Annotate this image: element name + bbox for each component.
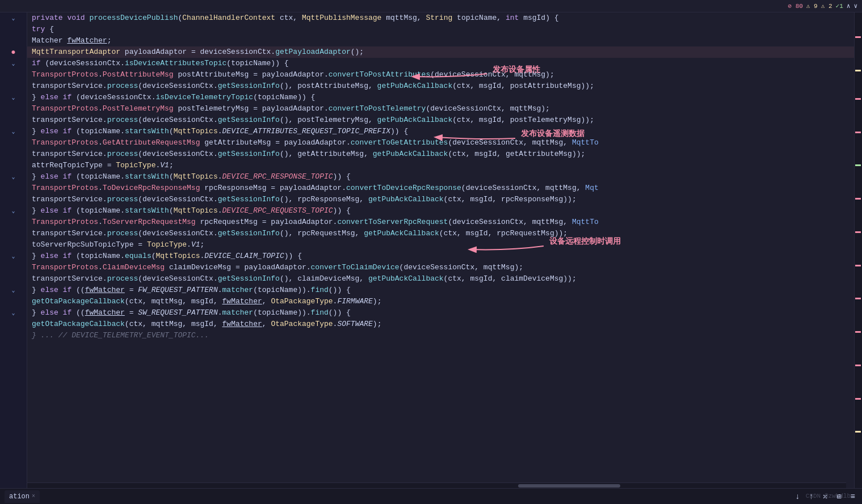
gutter-fold-27[interactable]: ⌄ xyxy=(0,307,27,319)
scroll-error-mark-9 xyxy=(855,365,861,366)
gutter-empty-21 xyxy=(0,239,27,251)
warning2-icon: ⚠ xyxy=(821,3,825,10)
code-line: transportService.process(deviceSessionCt… xyxy=(27,228,854,239)
code-line: } else if ((fwMatcher = SW_REQUEST_PATTE… xyxy=(27,307,854,319)
horizontal-scrollbar[interactable] xyxy=(27,482,846,488)
gutter-fold-11[interactable]: ⌄ xyxy=(0,126,27,137)
csdn-badge: CSDN @zwhdlb xyxy=(806,493,851,499)
warning-count: ⚠ 9 xyxy=(806,2,818,10)
code-line: try { xyxy=(27,24,854,35)
code-line: } else if (topicName.startsWith(MqttTopi… xyxy=(27,126,854,137)
code-line: } else if (topicName.startsWith(MqttTopi… xyxy=(27,171,854,183)
scroll-error-mark-5 xyxy=(855,231,861,233)
gutter-empty-28 xyxy=(0,319,27,330)
gutter-empty-17 xyxy=(0,194,27,205)
top-bar: ⊘ 80 ⚠ 9 ⚠ 2 ✓1 ∧ ∨ xyxy=(0,0,862,12)
code-line: transportService.process(deviceSessionCt… xyxy=(27,273,854,285)
code-line: transportService.process(deviceSessionCt… xyxy=(27,81,854,92)
scroll-warn-mark xyxy=(855,70,861,71)
gutter-fold-15[interactable]: ⌄ xyxy=(0,171,27,183)
scroll-error-mark-2 xyxy=(855,98,861,100)
right-scrollbar[interactable] xyxy=(854,12,862,488)
gutter-empty-16 xyxy=(0,183,27,194)
gutter-empty-26 xyxy=(0,296,27,307)
ok-count: ✓1 xyxy=(836,2,843,10)
gutter-fold-22[interactable]: ⌄ xyxy=(0,251,27,262)
scroll-error-mark-10 xyxy=(855,398,861,400)
code-line: private void processDevicePublish(Channe… xyxy=(27,12,854,24)
gutter-empty-3 xyxy=(0,35,27,46)
error-count: ⊘ 80 xyxy=(788,2,802,10)
bottom-tab-ation[interactable]: ation × xyxy=(5,490,40,503)
code-line: if (deviceSessionCtx.isDeviceAttributesT… xyxy=(27,58,854,69)
gutter-fold-1[interactable]: ⌄ xyxy=(0,12,27,24)
code-line: TransportProtos.PostTelemetryMsg postTel… xyxy=(27,103,854,115)
code-scroll[interactable]: private void processDevicePublish(Channe… xyxy=(27,12,854,488)
code-line: TransportProtos.ToServerRpcRequestMsg rp… xyxy=(27,217,854,228)
code-line: } else if (topicName.equals(MqttTopics.D… xyxy=(27,251,854,262)
nav-up[interactable]: ∧ xyxy=(847,2,851,10)
scroll-error-mark-8 xyxy=(855,331,861,333)
scroll-error-mark-4 xyxy=(855,198,861,200)
download-icon[interactable]: ↓ xyxy=(793,491,802,502)
gutter-empty-23 xyxy=(0,262,27,273)
gutter-fold-25[interactable]: ⌄ xyxy=(0,285,27,296)
code-line: attrReqTopicType = TopicType.V1; xyxy=(27,160,854,171)
gutter-empty-9 xyxy=(0,103,27,115)
gutter-empty-7 xyxy=(0,81,27,92)
gutter-empty-12 xyxy=(0,137,27,149)
gutter-empty-10 xyxy=(0,115,27,126)
code-line: MqttTransportAdaptor payloadAdaptor = de… xyxy=(27,46,854,58)
scroll-warn-mark-2 xyxy=(855,431,861,433)
code-line: } else if (deviceSessionCtx.isDeviceTele… xyxy=(27,92,854,103)
gutter-empty-24 xyxy=(0,273,27,285)
gutter-fold-5[interactable]: ⌄ xyxy=(0,58,27,69)
warning2-count: ⚠ 2 xyxy=(821,2,832,10)
bottom-tab-bar: ation × ↓ ↑ ✕ ⊞ ≡ xyxy=(0,488,862,504)
editor-body: ⌄ ● ⌄ ⌄ ⌄ ⌄ xyxy=(0,12,862,488)
scrollbar-thumb[interactable] xyxy=(518,484,620,488)
code-line: Matcher fwMatcher; xyxy=(27,35,854,46)
scroll-error-mark-6 xyxy=(855,265,861,266)
error-icon: ⊘ xyxy=(788,3,792,10)
gutter-fold-8[interactable]: ⌄ xyxy=(0,92,27,103)
nav-down[interactable]: ∨ xyxy=(853,2,857,10)
gutter-empty-2 xyxy=(0,24,27,35)
code-line: } else if (topicName.startsWith(MqttTopi… xyxy=(27,205,854,217)
code-line: TransportProtos.PostAttributeMsg postAtt… xyxy=(27,69,854,81)
gutter-empty-6 xyxy=(0,69,27,81)
code-line: TransportProtos.GetAttributeRequestMsg g… xyxy=(27,137,854,149)
gutter-empty-14 xyxy=(0,160,27,171)
bottom-tab-close[interactable]: × xyxy=(32,493,35,499)
status-bar: ⊘ 80 ⚠ 9 ⚠ 2 ✓1 ∧ ∨ xyxy=(788,2,857,10)
code-line: } ... // DEVICE_TELEMETRY_EVENT_TOPIC... xyxy=(27,330,854,341)
code-line: } else if ((fwMatcher = FW_REQUEST_PATTE… xyxy=(27,285,854,296)
scroll-marks xyxy=(855,12,862,488)
gutter: ⌄ ● ⌄ ⌄ ⌄ ⌄ xyxy=(0,12,27,488)
bottom-tab-label: ation xyxy=(9,493,30,501)
code-area[interactable]: private void processDevicePublish(Channe… xyxy=(27,12,854,488)
code-line: TransportProtos.ToDeviceRpcResponseMsg r… xyxy=(27,183,854,194)
code-line: getOtaPackageCallback(ctx, mqttMsg, msgI… xyxy=(27,319,854,330)
scroll-error-mark-7 xyxy=(855,298,861,299)
code-lines: private void processDevicePublish(Channe… xyxy=(27,12,854,347)
code-line: transportService.process(deviceSessionCt… xyxy=(27,194,854,205)
editor-container: ⊘ 80 ⚠ 9 ⚠ 2 ✓1 ∧ ∨ ⌄ xyxy=(0,0,862,504)
scroll-ok-mark xyxy=(855,164,861,166)
gutter-empty-29 xyxy=(0,330,27,341)
scroll-error-mark-3 xyxy=(855,132,861,133)
code-line: TransportProtos.ClaimDeviceMsg claimDevi… xyxy=(27,262,854,273)
gutter-breakpoint-4[interactable]: ● xyxy=(0,46,27,58)
scroll-error-mark xyxy=(855,36,861,38)
gutter-fold-18[interactable]: ⌄ xyxy=(0,205,27,217)
code-line: transportService.process(deviceSessionCt… xyxy=(27,115,854,126)
code-line: transportService.process(deviceSessionCt… xyxy=(27,149,854,160)
gutter-empty-19 xyxy=(0,217,27,228)
code-line: getOtaPackageCallback(ctx, mqttMsg, msgI… xyxy=(27,296,854,307)
gutter-empty-13 xyxy=(0,149,27,160)
gutter-empty-20 xyxy=(0,228,27,239)
warning-icon: ⚠ xyxy=(806,3,810,10)
code-line: toServerRpcSubTopicType = TopicType.V1; xyxy=(27,239,854,251)
